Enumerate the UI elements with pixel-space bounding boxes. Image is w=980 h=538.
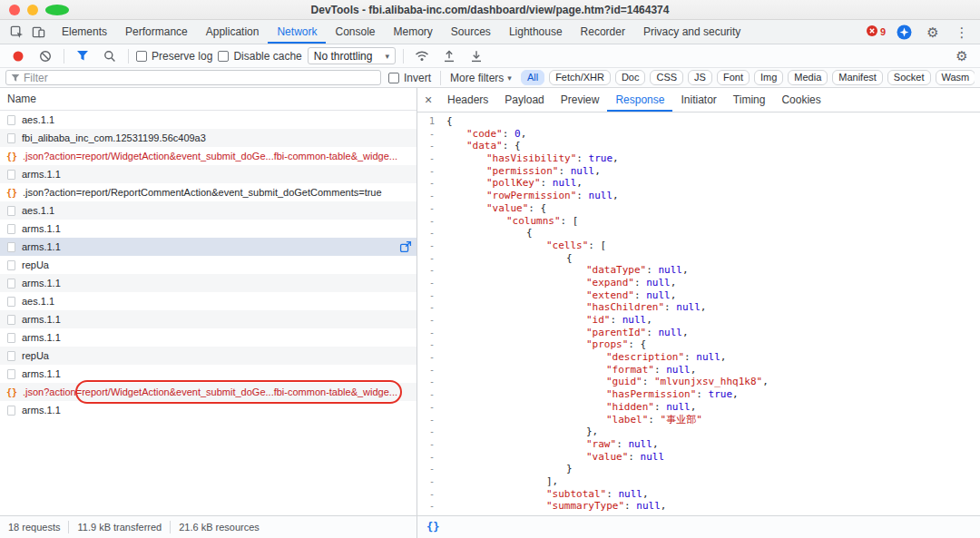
status-item: 21.6 kB resources (170, 521, 268, 533)
filter-chip-manifest[interactable]: Manifest (832, 70, 883, 85)
format-toggle[interactable]: {} (426, 521, 439, 533)
maximize-window-button[interactable] (45, 5, 69, 15)
tab-lighthouse[interactable]: Lighthouse (500, 20, 572, 44)
request-name: arms.1.1 (22, 314, 411, 325)
line-number: - (417, 314, 441, 327)
tab-elements[interactable]: Elements (53, 20, 116, 44)
preserve-log-checkbox[interactable]: Preserve log (136, 50, 212, 63)
clear-button[interactable] (34, 46, 56, 66)
request-name: aes.1.1 (22, 296, 411, 307)
line-text: "subtotal": null, (441, 488, 649, 501)
request-name: arms.1.1 (22, 368, 411, 379)
detail-tab-payload[interactable]: Payload (496, 88, 552, 112)
filter-chip-all[interactable]: All (521, 70, 544, 85)
line-text: { (441, 115, 453, 128)
request-row[interactable]: aes.1.1 (0, 201, 416, 220)
line-text: "raw": null, (441, 438, 659, 451)
error-count-badge[interactable]: 9 (867, 24, 886, 40)
line-text: "hasVisibility": true, (441, 152, 619, 165)
filter-chip-css[interactable]: CSS (650, 70, 683, 85)
tab-application[interactable]: Application (197, 20, 269, 44)
filter-chip-wasm[interactable]: Wasm (936, 70, 975, 85)
ai-assistant-icon[interactable] (893, 22, 915, 42)
response-line: -"hasVisibility": true, (417, 152, 980, 165)
tab-recorder[interactable]: Recorder (572, 20, 634, 44)
checkbox-box (388, 73, 399, 83)
checkbox-box (218, 51, 229, 62)
network-settings-gear-icon[interactable]: ⚙ (951, 46, 973, 66)
request-row[interactable]: repUa (0, 347, 416, 365)
detail-tab-timing[interactable]: Timing (725, 88, 774, 112)
record-button[interactable] (7, 46, 29, 66)
request-row[interactable]: aes.1.1 (0, 292, 416, 310)
close-window-button[interactable] (9, 5, 20, 15)
request-row[interactable]: arms.1.1 (0, 310, 416, 328)
close-detail-icon[interactable]: × (417, 88, 439, 112)
request-row[interactable]: {}.json?action=report/ReportCommentActio… (0, 183, 416, 201)
tab-memory[interactable]: Memory (385, 20, 442, 44)
filter-chip-media[interactable]: Media (788, 70, 828, 85)
request-row[interactable]: {}.json?action=report/WidgetAction&event… (0, 383, 416, 401)
request-row[interactable]: arms.1.1 (0, 165, 416, 183)
filter-input[interactable] (24, 71, 376, 84)
filter-chip-fetch-xhr[interactable]: Fetch/XHR (549, 70, 611, 85)
disable-cache-checkbox[interactable]: Disable cache (218, 50, 301, 63)
inspect-icon[interactable] (5, 22, 27, 42)
request-row[interactable]: fbi_alibaba_inc_com.12531199.56c409a3 (0, 129, 416, 147)
name-column-label: Name (7, 93, 36, 105)
search-icon[interactable] (99, 46, 121, 66)
more-filters-button[interactable]: More filters ▾ (450, 72, 512, 84)
throttling-select[interactable]: No throttling ▾ (308, 47, 396, 64)
filter-input-box (5, 70, 381, 85)
request-row[interactable]: aes.1.1 (0, 111, 416, 129)
tab-network[interactable]: Network (268, 20, 326, 44)
line-number: - (417, 475, 441, 488)
json-file-icon: {} (5, 152, 18, 161)
line-text: ], (441, 475, 558, 488)
status-bar: 18 requests11.9 kB transferred21.6 kB re… (0, 515, 980, 538)
response-line: -"permission": null, (417, 165, 980, 178)
request-row[interactable]: arms.1.1 (0, 220, 416, 238)
request-row[interactable]: arms.1.1 (0, 274, 416, 292)
invert-label: Invert (404, 72, 431, 84)
filter-chip-font[interactable]: Font (717, 70, 750, 85)
response-line: -{ (417, 227, 980, 240)
kebab-menu-icon[interactable]: ⋮ (951, 22, 973, 42)
detail-tab-initiator[interactable]: Initiator (672, 88, 724, 112)
filter-chip-js[interactable]: JS (688, 70, 712, 85)
filter-chip-doc[interactable]: Doc (615, 70, 646, 85)
detail-tab-response[interactable]: Response (607, 88, 672, 112)
tab-privacy-and-security[interactable]: Privacy and security (634, 20, 750, 44)
request-row[interactable]: {}.json?action=report/WidgetAction&event… (0, 147, 416, 165)
device-toolbar-icon[interactable] (27, 22, 49, 42)
tab-sources[interactable]: Sources (442, 20, 500, 44)
request-row[interactable]: arms.1.1 (0, 365, 416, 383)
tab-performance[interactable]: Performance (116, 20, 197, 44)
filter-chip-socket[interactable]: Socket (887, 70, 931, 85)
tab-console[interactable]: Console (326, 20, 384, 44)
export-har-icon[interactable] (438, 46, 460, 66)
response-line: -"dataType": null, (417, 264, 980, 277)
request-row[interactable]: arms.1.1 (0, 401, 416, 419)
settings-gear-icon[interactable]: ⚙ (922, 22, 944, 42)
import-har-icon[interactable] (466, 46, 487, 66)
request-row[interactable]: arms.1.1 (0, 328, 416, 347)
name-column-header[interactable]: Name (0, 88, 416, 111)
detail-tabs: × HeadersPayloadPreviewResponseInitiator… (417, 88, 980, 112)
file-icon (7, 133, 15, 143)
minimize-window-button[interactable] (27, 5, 38, 15)
request-row[interactable]: repUa (0, 256, 416, 274)
detail-tab-cookies[interactable]: Cookies (773, 88, 828, 112)
filter-toggle-icon[interactable] (72, 46, 93, 66)
request-row[interactable]: arms.1.1 (0, 238, 416, 256)
detail-tab-preview[interactable]: Preview (553, 88, 608, 112)
open-in-new-icon[interactable] (399, 240, 412, 253)
chevron-down-icon: ▾ (507, 73, 512, 83)
response-line: -"cells": [ (417, 240, 980, 252)
response-line: -}, (417, 426, 980, 438)
network-conditions-icon[interactable] (411, 46, 433, 66)
detail-tab-headers[interactable]: Headers (439, 88, 496, 112)
line-number: - (417, 488, 441, 501)
invert-checkbox[interactable]: Invert (388, 72, 431, 84)
filter-chip-img[interactable]: Img (754, 70, 783, 85)
